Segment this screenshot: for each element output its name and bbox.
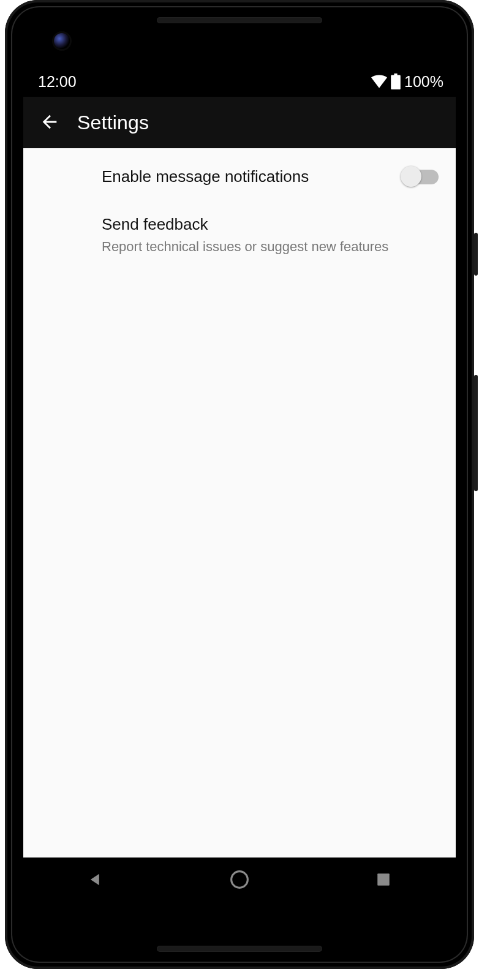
status-right: 100% (371, 73, 443, 91)
svg-point-0 (232, 871, 248, 888)
navigation-bar (23, 858, 456, 903)
app-bar: Settings (23, 97, 456, 148)
setting-notifications[interactable]: Enable message notifications (23, 153, 456, 201)
side-button-bottom (474, 375, 478, 491)
svg-rect-1 (378, 873, 390, 886)
square-recent-icon (375, 872, 391, 889)
device-frame: 12:00 100% Settings (5, 0, 474, 969)
battery-icon (391, 74, 401, 89)
triangle-back-icon (87, 871, 104, 890)
status-time: 12:00 (38, 73, 77, 91)
page-title: Settings (77, 111, 149, 134)
status-bar: 12:00 100% (23, 66, 456, 97)
nav-home-button[interactable] (203, 862, 276, 899)
speaker-bottom (157, 946, 322, 952)
circle-home-icon (230, 870, 249, 891)
front-camera (54, 33, 70, 49)
battery-percent: 100% (404, 73, 443, 91)
back-button[interactable] (28, 101, 71, 144)
speaker-top (157, 17, 322, 23)
nav-recent-button[interactable] (347, 862, 420, 899)
setting-feedback[interactable]: Send feedback Report technical issues or… (23, 201, 456, 269)
setting-subtitle: Report technical issues or suggest new f… (102, 238, 439, 256)
settings-list: Enable message notifications Send feedba… (23, 148, 456, 269)
setting-title: Send feedback (102, 214, 439, 235)
arrow-back-icon (39, 111, 60, 134)
side-button-top (474, 233, 478, 276)
nav-back-button[interactable] (59, 862, 132, 899)
screen: 12:00 100% Settings (23, 66, 456, 903)
setting-title: Enable message notifications (102, 167, 403, 187)
wifi-icon (371, 75, 387, 88)
toggle-thumb (401, 166, 421, 187)
notifications-toggle[interactable] (403, 170, 439, 184)
